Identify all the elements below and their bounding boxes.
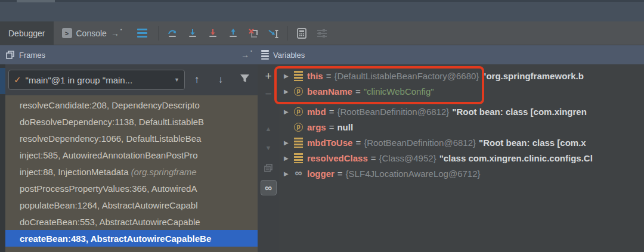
debug-toolbar: Debugger > Console →▪ — [0, 21, 644, 45]
frame-down-icon[interactable]: ↓ — [209, 74, 233, 86]
logger-icon: ∞ — [294, 169, 303, 179]
frame-text: inject:88, InjectionMetadata — [20, 167, 129, 177]
variable-value: "org.springframework.b — [482, 71, 583, 81]
debugger-main: ✓ "main"@1 in group "main... ▼ ↑ ↓ resol… — [0, 64, 644, 252]
stack-frame[interactable]: doCreateBean:553, AbstractAutowireCapabl… — [5, 213, 258, 230]
expand-arrow-icon[interactable]: ▶ — [284, 73, 294, 79]
expand-arrow-icon[interactable]: ▶ — [284, 108, 294, 115]
expand-arrow-icon[interactable]: ▶ — [284, 88, 294, 95]
stack-frame[interactable]: resolveDependency:1066, DefaultListableB… — [5, 130, 258, 147]
variable-row[interactable]: ▶pbeanName="clinicWebConfig" — [279, 83, 644, 99]
remove-watch-icon[interactable]: − — [261, 87, 276, 101]
frames-header: Frames →▪ — [0, 45, 258, 64]
stack-frames-list: resolveCandidate:208, DependencyDescript… — [5, 95, 258, 252]
variable-reference: {DefaultListableBeanFactory@6680} — [334, 71, 479, 81]
window-top-bar — [0, 0, 644, 21]
variable-row[interactable]: pargs=null — [279, 119, 644, 135]
stack-frame[interactable]: populateBean:1264, AbstractAutowireCapab… — [5, 197, 258, 213]
gutter-highlight — [0, 68, 5, 94]
frames-panel: ✓ "main"@1 in group "main... ▼ ↑ ↓ resol… — [5, 64, 258, 252]
variable-value: null — [337, 122, 353, 132]
variable-row[interactable]: ▶resolvedClass={Class@4952}"class com.xi… — [279, 150, 644, 166]
frame-package: (org.springframe — [131, 167, 197, 177]
toolbar-separator — [158, 26, 159, 41]
stack-frame[interactable]: inject:88, InjectionMetadata(org.springf… — [5, 163, 258, 180]
variable-reference: {RootBeanDefinition@6812} — [337, 107, 449, 117]
chevron-down-icon: ▼ — [174, 77, 179, 83]
frame-text: resolveCandidate:208, DependencyDescript… — [20, 100, 200, 110]
frame-text: postProcessPropertyValues:366, Autowired… — [20, 183, 197, 194]
layout-settings-icon[interactable] — [312, 24, 332, 43]
stack-frame[interactable]: resolveCandidate:208, DependencyDescript… — [5, 97, 258, 113]
run-to-cursor-icon[interactable] — [264, 24, 284, 43]
debugger-window: Debugger > Console →▪ — [0, 0, 644, 252]
frame-text: inject:585, AutowiredAnnotationBeanPostP… — [20, 150, 198, 160]
frame-text: createBean:483, AbstractAutowireCapableB… — [20, 234, 211, 244]
drop-frame-icon[interactable] — [243, 24, 264, 43]
variable-name: resolvedClass — [307, 153, 368, 163]
threads-menu-icon[interactable] — [137, 29, 147, 38]
step-into-icon[interactable] — [182, 24, 203, 43]
value-icon — [294, 153, 303, 163]
frame-package: (org.s — [176, 250, 199, 252]
frame-text: getObject:306, AbstractBeanFactory$1 — [20, 250, 174, 252]
equals-sign: = — [371, 153, 376, 163]
frame-text: populateBean:1264, AbstractAutowireCapab… — [20, 200, 198, 210]
step-out-icon[interactable] — [223, 24, 243, 43]
left-gutter — [0, 64, 5, 252]
thread-selector-row: ✓ "main"@1 in group "main... ▼ ↑ ↓ — [5, 64, 258, 95]
stack-frame[interactable]: createBean:483, AbstractAutowireCapableB… — [5, 230, 258, 247]
variable-row[interactable]: ▶this={DefaultListableBeanFactory@6680}"… — [279, 68, 644, 83]
expand-arrow-icon[interactable]: ▶ — [284, 155, 294, 161]
equals-sign: = — [329, 122, 335, 132]
variable-reference: {Class@4952} — [379, 153, 436, 163]
frame-text: resolveDependency:1066, DefaultListableB… — [20, 133, 201, 144]
equals-sign: = — [329, 107, 335, 117]
tab-console[interactable]: > Console →▪ — [54, 21, 130, 45]
variable-value: "Root bean: class [com.x — [479, 138, 586, 148]
variables-title: Variables — [273, 51, 305, 60]
force-step-into-icon[interactable] — [203, 24, 223, 43]
value-icon — [294, 71, 303, 81]
variable-row[interactable]: ▶mbdToUse={RootBeanDefinition@6812}"Root… — [279, 135, 644, 150]
variable-value: "clinicWebConfig" — [364, 86, 434, 97]
show-watches-icon[interactable]: ∞ — [261, 180, 277, 195]
expand-arrow-icon[interactable]: ▶ — [284, 170, 294, 177]
equals-sign: = — [355, 138, 361, 148]
frame-text: doCreateBean:553, AbstractAutowireCapabl… — [20, 217, 200, 227]
tab-debugger[interactable]: Debugger — [0, 21, 54, 45]
console-icon: > — [62, 28, 72, 38]
stack-frame[interactable]: inject:585, AutowiredAnnotationBeanPostP… — [5, 147, 258, 163]
variable-reference: {RootBeanDefinition@6812} — [364, 138, 476, 148]
move-watch-down-icon[interactable]: ▼ — [261, 141, 276, 155]
duplicate-watch-icon[interactable] — [261, 161, 276, 175]
variable-row[interactable]: ▶∞logger={SLF4JLocationAwareLog@6712} — [279, 166, 644, 181]
expand-arrow-icon[interactable]: ▶ — [284, 139, 294, 146]
add-watch-icon[interactable]: + — [261, 69, 276, 83]
panel-headers: Frames →▪ Variables — [0, 45, 644, 64]
frames-title: Frames — [19, 51, 45, 60]
pin-icon[interactable]: →▪ — [111, 29, 122, 38]
filter-icon[interactable] — [233, 74, 256, 86]
frame-text: doResolveDependency:1138, DefaultListabl… — [20, 117, 204, 127]
variable-reference: {SLF4JLocationAwareLog@6712} — [346, 169, 481, 179]
thread-status-icon: ✓ — [14, 74, 21, 85]
pin-icon[interactable]: →▪ — [241, 51, 252, 59]
frames-icon — [6, 51, 15, 60]
variables-tree: ▶this={DefaultListableBeanFactory@6680}"… — [279, 64, 644, 252]
editor-tab-remnant — [17, 0, 55, 2]
thread-dropdown[interactable]: ✓ "main"@1 in group "main... ▼ — [8, 70, 185, 90]
frame-up-icon[interactable]: ↑ — [185, 74, 209, 86]
variables-panel: + − ▲ ▼ ∞ ▶this={DefaultListableBeanFact… — [258, 64, 644, 252]
tab-console-label: Console — [76, 29, 107, 38]
value-icon — [294, 138, 303, 148]
evaluate-expression-icon[interactable] — [292, 24, 312, 43]
stack-frame[interactable]: postProcessPropertyValues:366, Autowired… — [5, 180, 258, 197]
stack-frame[interactable]: doResolveDependency:1138, DefaultListabl… — [5, 113, 258, 130]
toolbar-separator — [287, 26, 288, 41]
parameter-icon: p — [294, 123, 303, 132]
step-over-icon[interactable] — [162, 24, 182, 43]
variable-row[interactable]: ▶pmbd={RootBeanDefinition@6812}"Root bea… — [279, 104, 644, 119]
move-watch-up-icon[interactable]: ▲ — [261, 122, 276, 136]
stack-frame[interactable]: getObject:306, AbstractBeanFactory$1(org… — [5, 247, 258, 252]
